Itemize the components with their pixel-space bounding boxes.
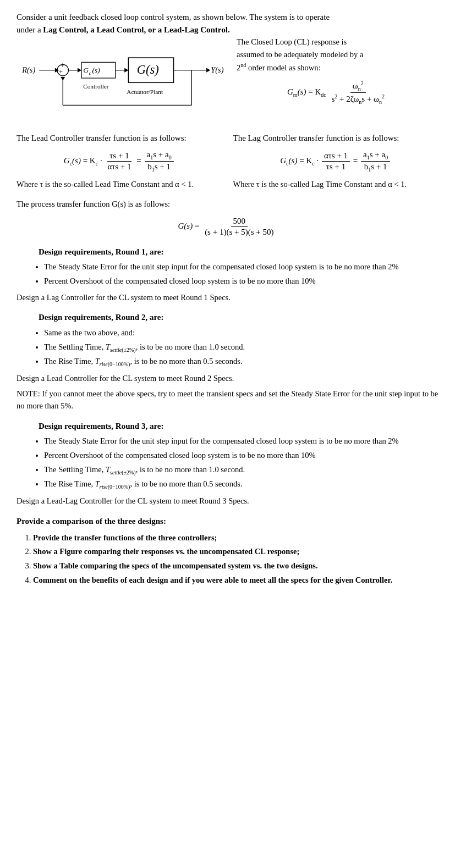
- round3-section: Design requirements, Round 3, are: The S…: [17, 420, 438, 508]
- comparison-heading: Provide a comparison of the three design…: [17, 515, 438, 528]
- comparison-item-3: Show a Table comparing the specs of the …: [33, 560, 438, 572]
- intro-line1: Consider a unit feedback closed loop con…: [17, 13, 330, 21]
- round2-bullet-2: The Settling Time, Tsettle(±2%), is to b…: [44, 341, 438, 354]
- svg-text:R(s): R(s): [21, 65, 35, 75]
- round3-heading: Design requirements, Round 3, are:: [17, 420, 438, 433]
- round2-bullet-3: The Rise Time, Trise(0−100%), is to be n…: [44, 356, 438, 368]
- cl-response-text: The Closed Loop (CL) response is assumed…: [237, 36, 438, 74]
- svg-marker-14: [124, 68, 128, 73]
- svg-text:+: +: [59, 68, 63, 76]
- svg-text:(s): (s): [92, 66, 101, 74]
- round2-bullet-1: Same as the two above, and:: [44, 327, 438, 339]
- process-formula: G(s) = 500 (s + 1)(s + 5)(s + 50): [17, 216, 438, 238]
- round2-after2: NOTE: If you cannot meet the above specs…: [17, 388, 438, 412]
- round1-heading: Design requirements, Round 1, are:: [17, 246, 438, 258]
- round2-bullet-list: Same as the two above, and: The Settling…: [44, 327, 438, 369]
- svg-text:Controller: Controller: [83, 83, 109, 90]
- svg-marker-19: [206, 68, 210, 73]
- process-section: The process transfer function G(s) is as…: [17, 198, 438, 238]
- comparison-section: Provide a comparison of the three design…: [17, 515, 438, 587]
- diagram-svg: R(s) + + G c (s) Controller G(s): [17, 36, 226, 118]
- round2-section: Design requirements, Round 2, are: Same …: [17, 311, 438, 412]
- round1-bullet-list: The Steady State Error for the unit step…: [44, 261, 438, 288]
- round1-section: Design requirements, Round 1, are: The S…: [17, 246, 438, 304]
- lag-formula: Gc(s) = Kc · ατs + 1 τs + 1 = a1s + a0 b…: [233, 150, 439, 173]
- round3-bullet-2: Percent Overshoot of the compensated clo…: [44, 450, 438, 462]
- block-diagram: R(s) + + G c (s) Controller G(s): [17, 36, 226, 122]
- svg-text:G(s): G(s): [137, 63, 159, 76]
- comparison-item-1: Provide the transfer functions of the th…: [33, 532, 438, 544]
- round2-after1: Design a Lead Controller for the CL syst…: [17, 373, 438, 385]
- svg-marker-24: [61, 77, 65, 80]
- comparison-list: Provide the transfer functions of the th…: [33, 532, 438, 587]
- round1-bullet-2: Percent Overshoot of the compensated clo…: [44, 275, 438, 288]
- svg-text:Actuator/Plant: Actuator/Plant: [127, 89, 163, 95]
- intro-line2-pre: under a: [17, 25, 43, 34]
- controller-section: The Lead Controller transfer function is…: [17, 132, 438, 191]
- lead-formula: Gc(s) = Kc · τs + 1 ατs + 1 = a1s + a0 b…: [17, 150, 222, 173]
- round1-after: Design a Lag Controller for the CL syste…: [17, 292, 438, 304]
- round3-after: Design a Lead-Lag Controller for the CL …: [17, 495, 438, 507]
- svg-text:c: c: [89, 70, 91, 76]
- svg-text:Y(s): Y(s): [211, 65, 223, 75]
- round3-bullet-4: The Rise Time, Trise(0−100%), is to be n…: [44, 478, 438, 491]
- intro-paragraph: Consider a unit feedback closed loop con…: [17, 11, 438, 36]
- lag-controller-col: The Lag Controller transfer function is …: [228, 132, 439, 191]
- round3-bullet-3: The Settling Time, Tsettle(±2%), is to b…: [44, 464, 438, 477]
- lead-controller-heading: The Lead Controller transfer function is…: [17, 132, 222, 145]
- intro-bold: Lag Control, a Lead Control, or a Lead-L…: [43, 25, 229, 34]
- round3-bullet-list: The Steady State Error for the unit step…: [44, 435, 438, 491]
- lead-where-text: Where τ is the so-called Lead Time Const…: [17, 179, 222, 191]
- round1-bullet-1: The Steady State Error for the unit step…: [44, 261, 438, 273]
- lag-where-text: Where τ is the so-called Lag Time Consta…: [233, 179, 439, 191]
- cl-response-section: The Closed Loop (CL) response is assumed…: [226, 36, 438, 106]
- comparison-item-4: Comment on the benefits of each design a…: [33, 574, 438, 587]
- svg-text:G: G: [83, 66, 89, 74]
- diagram-row: R(s) + + G c (s) Controller G(s): [17, 36, 438, 122]
- process-intro: The process transfer function G(s) is as…: [17, 198, 438, 211]
- lead-controller-col: The Lead Controller transfer function is…: [17, 132, 228, 191]
- comparison-item-2: Show a Figure comparing their responses …: [33, 546, 438, 558]
- round3-bullet-1: The Steady State Error for the unit step…: [44, 435, 438, 447]
- lag-controller-heading: The Lag Controller transfer function is …: [233, 132, 439, 145]
- gm-formula: Gm(s) = Kdc ωn2 s2 + 2ζωns + ωn2: [237, 80, 438, 106]
- svg-marker-7: [78, 68, 81, 73]
- round2-heading: Design requirements, Round 2, are:: [17, 311, 438, 324]
